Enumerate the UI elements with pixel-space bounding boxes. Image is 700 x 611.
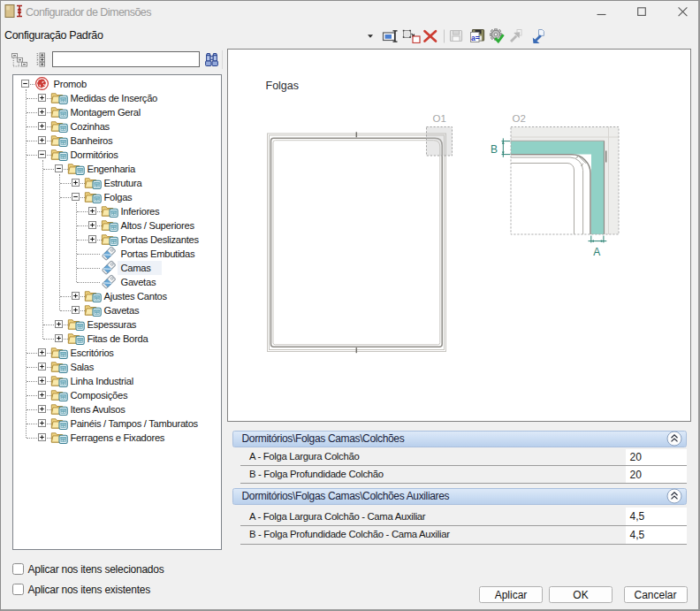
svg-text:a=: a= <box>471 34 480 42</box>
svg-text:B: B <box>491 143 498 156</box>
svg-text:Folgas: Folgas <box>266 80 300 92</box>
svg-text:O1: O1 <box>433 113 446 124</box>
svg-text:A: A <box>593 246 600 258</box>
svg-text:O2: O2 <box>513 113 526 124</box>
